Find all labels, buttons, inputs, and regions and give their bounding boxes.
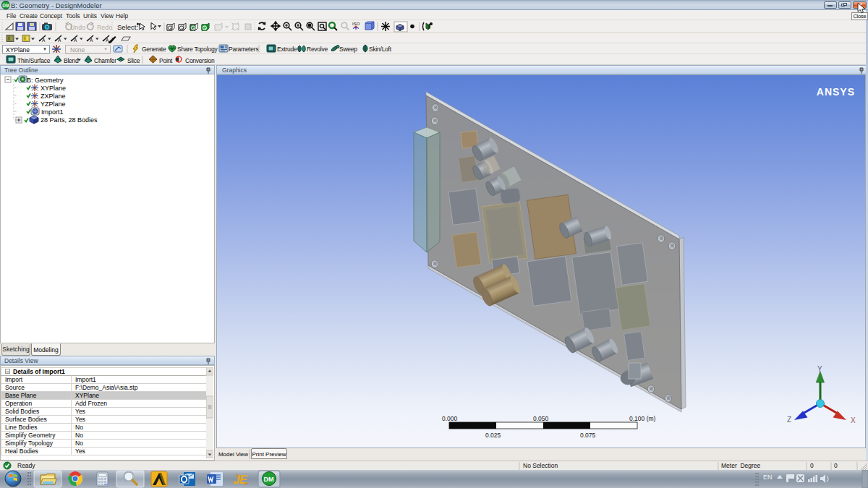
svg-text:X: X	[851, 416, 856, 424]
svg-text:Generate: Generate	[142, 46, 166, 53]
svg-text:Conversion: Conversion	[185, 57, 215, 64]
svg-text:Z: Z	[787, 416, 791, 424]
svg-text:XYPlane: XYPlane	[41, 85, 66, 92]
svg-text:0.075: 0.075	[580, 432, 596, 439]
svg-text:Redo: Redo	[97, 24, 112, 31]
svg-text:Point: Point	[159, 57, 173, 64]
svg-text:EN: EN	[763, 474, 773, 481]
svg-text:Import1: Import1	[41, 108, 64, 116]
svg-text:Undo: Undo	[70, 24, 85, 31]
svg-text:Select:: Select:	[117, 23, 138, 31]
svg-text:Chamfer: Chamfer	[94, 57, 116, 64]
svg-text:ZXPlane: ZXPlane	[41, 93, 66, 100]
svg-text:DM: DM	[264, 476, 274, 483]
svg-text:0: 0	[810, 462, 814, 469]
svg-text:Share Topology: Share Topology	[177, 46, 218, 53]
svg-text:Revolve: Revolve	[307, 46, 328, 53]
svg-text:ISO: ISO	[352, 22, 360, 26]
svg-text:0.100 (m): 0.100 (m)	[629, 415, 656, 422]
svg-text:Blend: Blend	[64, 57, 79, 64]
svg-text:B: Geometry: B: Geometry	[27, 77, 64, 84]
svg-text:0: 0	[834, 462, 838, 469]
svg-text:No Selection: No Selection	[523, 462, 558, 469]
svg-text:0.025: 0.025	[485, 432, 501, 439]
svg-text:28 Parts, 28 Bodies: 28 Parts, 28 Bodies	[41, 116, 98, 124]
svg-text:Skin/Loft: Skin/Loft	[369, 46, 392, 53]
svg-text:Ready: Ready	[17, 462, 35, 469]
svg-text:0.000: 0.000	[442, 415, 458, 422]
svg-text:YZPlane: YZPlane	[41, 100, 66, 108]
svg-text:Extrude: Extrude	[277, 46, 297, 53]
svg-text:JЕ: JЕ	[232, 473, 248, 487]
svg-text:Slice: Slice	[127, 57, 140, 64]
svg-text:DM: DM	[2, 3, 9, 8]
svg-text:Sweep: Sweep	[339, 46, 357, 53]
svg-text:Meter Degree: Meter Degree	[721, 462, 761, 469]
svg-text:0.050: 0.050	[533, 415, 549, 422]
svg-text:Thin/Surface: Thin/Surface	[17, 57, 51, 64]
svg-text:Parameters: Parameters	[229, 46, 258, 53]
svg-text:Y: Y	[817, 365, 822, 373]
